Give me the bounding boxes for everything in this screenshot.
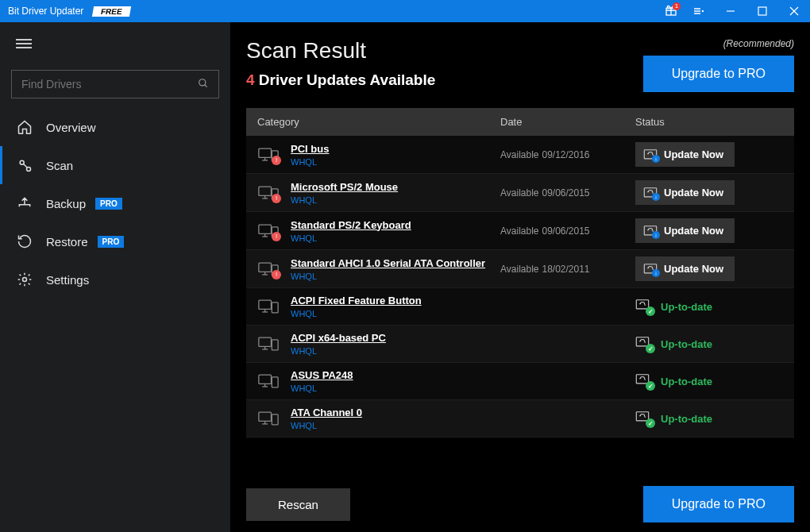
upgrade-button[interactable]: Upgrade to PRO (643, 56, 794, 92)
driver-row: ATA Channel 0 WHQL ✓Up-to-date (246, 400, 794, 438)
refresh-check-icon: ✓ (635, 299, 653, 314)
svg-rect-24 (259, 225, 272, 233)
driver-name[interactable]: ATA Channel 0 (291, 407, 500, 418)
device-icon (246, 335, 291, 353)
driver-row: ! Standard AHCI 1.0 Serial ATA Controlle… (246, 250, 794, 288)
search-input[interactable] (11, 70, 219, 98)
col-status: Status (635, 116, 794, 128)
device-icon: ! (246, 146, 291, 164)
search-icon (198, 78, 209, 91)
pro-badge: PRO (95, 198, 122, 210)
whql-label: WHQL (291, 309, 500, 318)
svg-rect-37 (272, 303, 278, 313)
driver-name[interactable]: Standard AHCI 1.0 Serial ATA Controller (291, 257, 500, 269)
page-title: Scan Result (246, 38, 435, 64)
driver-name[interactable]: Microsoft PS/2 Mouse (291, 181, 500, 193)
up-to-date-label: ✓Up-to-date (635, 411, 712, 426)
nav-label: Restore (46, 235, 88, 249)
svg-rect-29 (259, 263, 272, 272)
device-icon (246, 410, 291, 427)
svg-rect-19 (259, 187, 272, 195)
update-now-button[interactable]: ↓Update Now (635, 218, 735, 243)
refresh-check-icon: ✓ (635, 337, 653, 351)
svg-rect-6 (758, 7, 766, 15)
upgrade-button-bottom[interactable]: Upgrade to PRO (643, 486, 794, 522)
driver-row: ACPI x64-based PC WHQL ✓Up-to-date (246, 326, 794, 363)
gear-icon (16, 272, 33, 287)
update-now-button[interactable]: ↓Update Now (635, 142, 735, 167)
up-to-date-label: ✓Up-to-date (635, 337, 712, 351)
whql-label: WHQL (291, 195, 500, 205)
hamburger-icon[interactable] (0, 27, 230, 60)
sidebar-item-backup[interactable]: Backup PRO (0, 184, 230, 222)
sidebar: Overview Scan Backup PRO Restore PRO Set… (0, 22, 230, 532)
driver-status: ✓Up-to-date (635, 337, 794, 351)
device-icon (246, 372, 291, 390)
device-icon (246, 298, 291, 315)
driver-date: Available18/02/2011 (500, 264, 635, 275)
update-now-button[interactable]: ↓Update Now (635, 256, 735, 281)
sidebar-item-overview[interactable]: Overview (0, 108, 230, 146)
driver-row: ASUS PA248 WHQL ✓Up-to-date (246, 363, 794, 400)
driver-name-cell: Microsoft PS/2 Mouse WHQL (291, 181, 500, 205)
driver-name[interactable]: PCI bus (291, 143, 500, 155)
driver-status: ✓Up-to-date (635, 299, 794, 314)
menu-dash-icon[interactable] (683, 0, 715, 22)
svg-rect-39 (259, 337, 272, 346)
whql-label: WHQL (291, 346, 500, 356)
driver-row: ! Microsoft PS/2 Mouse WHQL Available09/… (246, 174, 794, 212)
refresh-icon: ↓ (643, 149, 658, 160)
device-icon: ! (246, 260, 291, 278)
content-area: Scan Result 4 Driver Updates Available (… (230, 22, 810, 532)
driver-name-cell: Standard PS/2 Keyboard WHQL (291, 219, 500, 243)
whql-label: WHQL (291, 421, 500, 430)
whql-label: WHQL (291, 233, 500, 243)
svg-rect-49 (259, 412, 272, 421)
device-icon: ! (246, 184, 291, 202)
svg-point-13 (23, 278, 27, 282)
driver-name-cell: ACPI Fixed Feature Button WHQL (291, 295, 500, 318)
refresh-check-icon: ✓ (635, 411, 653, 426)
driver-name[interactable]: ACPI Fixed Feature Button (291, 295, 500, 306)
driver-date: Available09/12/2016 (500, 149, 635, 160)
sidebar-item-scan[interactable]: Scan (0, 146, 230, 184)
driver-row: ! PCI bus WHQL Available09/12/2016 ↓Upda… (246, 136, 794, 174)
app-title: Bit Driver Updater (8, 6, 83, 17)
svg-point-4 (703, 11, 704, 12)
pro-badge: PRO (98, 236, 125, 248)
update-now-button[interactable]: ↓Update Now (635, 180, 735, 205)
home-icon (16, 119, 33, 135)
maximize-icon[interactable] (746, 0, 778, 22)
recommended-label: (Recommended) (643, 38, 794, 49)
driver-name-cell: ACPI x64-based PC WHQL (291, 332, 500, 356)
svg-rect-14 (259, 148, 272, 157)
svg-rect-42 (272, 340, 278, 350)
search-field[interactable] (21, 78, 198, 91)
svg-rect-34 (259, 300, 272, 309)
gift-icon[interactable]: 1 (659, 4, 683, 19)
sidebar-item-settings[interactable]: Settings (0, 260, 230, 299)
driver-status: ↓Update Now (635, 256, 794, 281)
driver-name[interactable]: ACPI x64-based PC (291, 332, 500, 344)
device-icon: ! (246, 222, 291, 240)
col-date: Date (500, 116, 635, 128)
minimize-icon[interactable] (715, 0, 746, 22)
svg-rect-47 (272, 377, 278, 387)
up-to-date-label: ✓Up-to-date (635, 299, 712, 314)
driver-name-cell: ASUS PA248 WHQL (291, 369, 500, 393)
driver-name-cell: PCI bus WHQL (291, 143, 500, 167)
driver-list[interactable]: Category Date Status ! PCI bus WHQL Avai… (246, 108, 794, 475)
up-to-date-label: ✓Up-to-date (635, 374, 712, 388)
rescan-button[interactable]: Rescan (246, 488, 350, 521)
driver-name-cell: Standard AHCI 1.0 Serial ATA Controller … (291, 257, 500, 281)
close-icon[interactable] (778, 0, 810, 22)
free-badge: FREE (92, 6, 131, 17)
driver-name[interactable]: Standard PS/2 Keyboard (291, 219, 500, 231)
svg-line-10 (205, 84, 207, 87)
svg-rect-52 (272, 414, 278, 425)
driver-date: Available09/06/2015 (500, 226, 635, 237)
driver-status: ✓Up-to-date (635, 374, 794, 388)
driver-name[interactable]: ASUS PA248 (291, 369, 500, 381)
refresh-icon: ↓ (643, 226, 658, 237)
sidebar-item-restore[interactable]: Restore PRO (0, 222, 230, 260)
